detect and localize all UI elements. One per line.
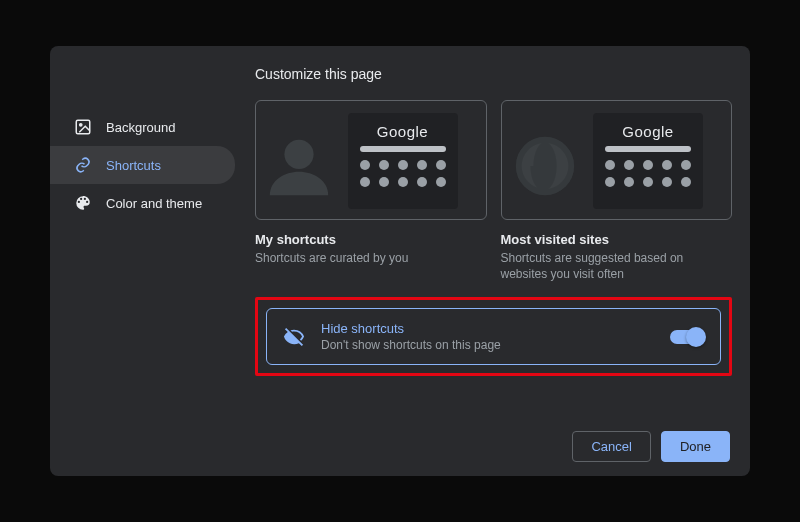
done-button[interactable]: Done [661, 431, 730, 462]
visibility-off-icon [283, 326, 305, 348]
option-title: Most visited sites [501, 232, 733, 247]
hide-shortcuts-title: Hide shortcuts [321, 321, 654, 336]
hide-shortcuts-toggle[interactable] [670, 330, 704, 344]
option-most-visited: Google Most visited sites Shortcuts are … [501, 100, 733, 282]
sidebar-item-background[interactable]: Background [50, 108, 235, 146]
globe-icon [510, 131, 580, 201]
toggle-knob [686, 327, 706, 347]
customize-dialog: Background Shortcuts Color and theme Cus… [50, 46, 750, 476]
svg-point-1 [80, 124, 82, 126]
hide-shortcuts-text: Hide shortcuts Don't show shortcuts on t… [321, 321, 654, 352]
sidebar-item-shortcuts[interactable]: Shortcuts [50, 146, 235, 184]
palette-icon [74, 194, 92, 212]
dialog-footer: Cancel Done [572, 431, 730, 462]
sidebar: Background Shortcuts Color and theme [50, 96, 245, 476]
image-icon [74, 118, 92, 136]
shortcut-options-row: Google My shortcuts Shortcuts are curate… [255, 100, 732, 282]
option-my-shortcuts: Google My shortcuts Shortcuts are curate… [255, 100, 487, 282]
option-my-shortcuts-preview[interactable]: Google [255, 100, 487, 220]
link-icon [74, 156, 92, 174]
search-bar-icon [360, 146, 446, 152]
shortcut-dots [360, 160, 446, 187]
page-title: Customize this page [255, 66, 732, 82]
person-icon [264, 131, 334, 201]
sidebar-item-label: Background [106, 120, 175, 135]
search-bar-icon [605, 146, 691, 152]
sidebar-item-color-theme[interactable]: Color and theme [50, 184, 235, 222]
annotation-highlight: Hide shortcuts Don't show shortcuts on t… [255, 297, 732, 376]
option-desc: Shortcuts are curated by you [255, 250, 487, 266]
cancel-button[interactable]: Cancel [572, 431, 650, 462]
shortcut-dots [605, 160, 691, 187]
hide-shortcuts-card[interactable]: Hide shortcuts Don't show shortcuts on t… [266, 308, 721, 365]
svg-point-2 [284, 140, 313, 169]
svg-rect-0 [76, 120, 90, 134]
option-most-visited-preview[interactable]: Google [501, 100, 733, 220]
option-title: My shortcuts [255, 232, 487, 247]
preview-tile: Google [593, 113, 703, 209]
preview-tile: Google [348, 113, 458, 209]
brand-label: Google [377, 123, 428, 140]
option-desc: Shortcuts are suggested based on website… [501, 250, 733, 282]
sidebar-item-label: Color and theme [106, 196, 202, 211]
brand-label: Google [622, 123, 673, 140]
sidebar-item-label: Shortcuts [106, 158, 161, 173]
hide-shortcuts-desc: Don't show shortcuts on this page [321, 338, 654, 352]
main-panel: Customize this page Google My shortcuts [245, 96, 750, 476]
